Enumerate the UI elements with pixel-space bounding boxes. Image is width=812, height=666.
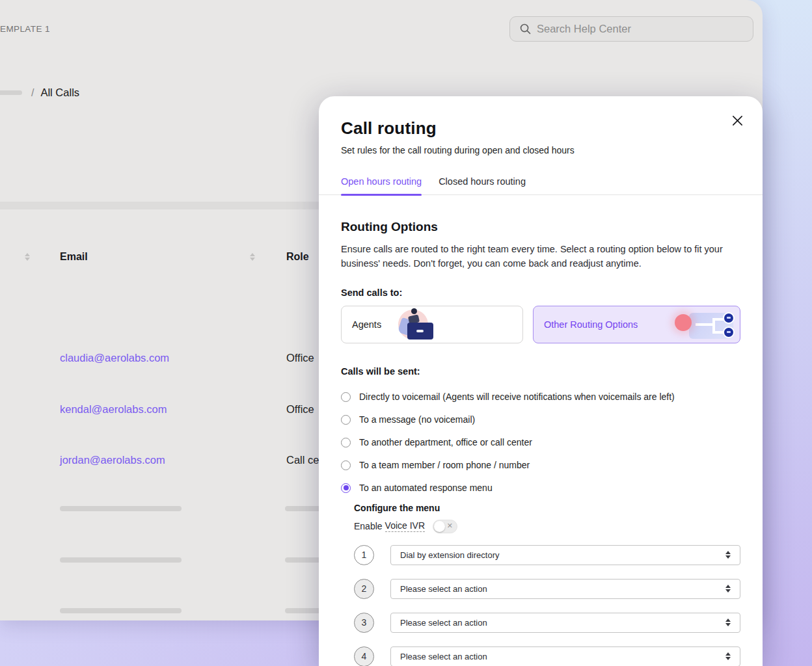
tab-open-hours-routing[interactable]: Open hours routing [341,172,422,194]
select-arrows-icon [725,585,731,593]
destination-radio-group: Directly to voicemail (Agents will recei… [341,386,740,500]
search-icon [519,23,532,35]
toggle-off-icon: ✕ [447,522,453,530]
breadcrumb-separator: / [31,87,34,99]
role-cell: Call ce [286,454,319,466]
ivr-row-3: 3 Please select an action [354,613,740,633]
routing-options-description: Ensure calls are routed to the right tea… [341,242,729,271]
ivr-action-select-2[interactable]: Please select an action [390,579,740,599]
enable-label: Enable [354,521,383,531]
skeleton-bar [60,506,182,511]
radio-another-department[interactable]: To another department, office or call ce… [341,431,740,454]
voice-ivr-term: Voice IVR [385,520,425,532]
ivr-row-2: 2 Please select an action [354,579,740,599]
radio-icon [341,415,351,425]
modal-subtitle: Set rules for the call routing during op… [341,145,740,155]
breadcrumb-skeleton [0,90,22,95]
configure-menu-section: Configure the menu Enable Voice IVR ✕ 1 … [354,503,740,666]
role-cell: Office [286,352,314,364]
email-link[interactable]: kendal@aerolabs.com [60,403,167,416]
breadcrumb-current: All Calls [40,87,79,99]
ivr-row-4: 4 Please select an action [354,646,740,666]
radio-icon [341,483,351,493]
routing-option-cards: Agents Other Routing Options [341,306,740,343]
routing-options-heading: Routing Options [341,220,740,234]
radio-icon [341,460,351,470]
agents-card-label: Agents [352,319,381,330]
routing-tree-illustration-icon [673,309,736,341]
ivr-action-select-3[interactable]: Please select an action [390,613,740,633]
modal-title: Call routing [341,118,740,139]
sort-icon[interactable] [25,253,30,261]
send-calls-label: Send calls to: [341,287,740,298]
step-number-badge: 4 [354,646,374,666]
close-icon[interactable] [729,112,746,129]
ivr-action-select-4[interactable]: Please select an action [390,646,740,666]
ivr-row-1: 1 Dial by extension directory [354,545,740,565]
other-routing-options-card[interactable]: Other Routing Options [533,306,740,343]
select-arrows-icon [725,652,731,660]
sort-icon[interactable] [250,253,255,261]
agents-card[interactable]: Agents [341,306,523,343]
step-number-badge: 2 [354,579,374,599]
email-link[interactable]: claudia@aerolabs.com [60,352,169,364]
skeleton-bar [60,557,182,563]
breadcrumb: / All Calls [0,87,79,99]
configure-menu-heading: Configure the menu [354,503,740,513]
radio-team-member[interactable]: To a team member / room phone / number [341,454,740,477]
tab-closed-hours-routing[interactable]: Closed hours routing [439,172,526,194]
radio-to-a-message[interactable]: To a message (no voicemail) [341,408,740,431]
radio-icon [341,392,351,402]
column-header-role[interactable]: Role [286,251,309,263]
routing-tabs: Open hours routing Closed hours routing [319,172,763,195]
step-number-badge: 1 [354,545,374,565]
template-label: EMPLATE 1 [0,24,50,34]
select-arrows-icon [725,551,731,559]
agents-illustration-icon [394,307,435,342]
call-routing-modal: Call routing Set rules for the call rout… [319,96,763,666]
select-arrows-icon [725,619,731,626]
column-header-email[interactable]: Email [60,251,88,263]
ivr-action-select-1[interactable]: Dial by extension directory [390,545,740,565]
voice-ivr-toggle[interactable]: ✕ [433,520,457,533]
other-routing-options-label: Other Routing Options [544,319,638,330]
search-help-center[interactable] [509,16,753,42]
ivr-menu-rows: 1 Dial by extension directory 2 Please s… [354,545,740,666]
radio-icon [341,438,351,447]
radio-automated-response-menu[interactable]: To an automated response menu [341,477,740,500]
step-number-badge: 3 [354,613,374,633]
search-input[interactable] [537,23,744,35]
radio-directly-to-voicemail[interactable]: Directly to voicemail (Agents will recei… [341,386,740,408]
toggle-knob [434,521,445,532]
enable-voice-ivr-row: Enable Voice IVR ✕ [354,520,740,533]
role-cell: Office [286,403,314,416]
calls-will-be-sent-label: Calls will be sent: [341,366,740,377]
skeleton-bar [60,608,182,613]
email-link[interactable]: jordan@aerolabs.com [60,454,165,466]
